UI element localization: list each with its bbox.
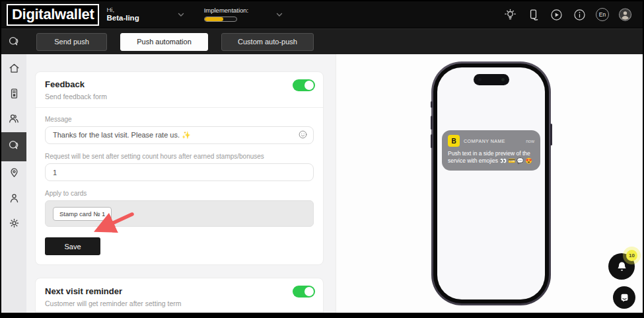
phone-mute-switch (431, 101, 433, 108)
sidebar-item-locations[interactable] (1, 161, 26, 186)
applied-cards-box[interactable]: Stamp card № 1 (45, 200, 314, 227)
notifications-bell-button[interactable]: 10 (608, 253, 635, 280)
person-icon (8, 192, 20, 207)
device-demo-icon[interactable] (526, 8, 540, 22)
push-tabbar: Send push Push automation Custom auto-pu… (1, 28, 643, 54)
message-input-wrap (45, 123, 314, 144)
phone-volume-down-button (431, 134, 433, 148)
toggle-knob (304, 287, 314, 296)
phone-bezel: B COMPANY NAME now Push text in a side p… (433, 63, 549, 303)
app-logo[interactable]: Digitalwallet (7, 4, 99, 26)
top-header: Digitalwallet Hi, Beta-ling Implementati… (1, 1, 643, 28)
sidebar-item-push-messages[interactable] (1, 132, 26, 161)
account-avatar[interactable] (618, 8, 632, 22)
hours-input[interactable] (45, 163, 314, 181)
notification-message: Push text in a side preview of the servi… (448, 150, 534, 165)
phone-power-button (550, 124, 552, 145)
location-pin-icon (8, 167, 20, 182)
video-tutorial-play-icon[interactable] (550, 8, 563, 22)
message-label: Message (45, 116, 314, 123)
dynamic-island (474, 74, 509, 85)
sidebar-item-home[interactable] (1, 57, 26, 82)
next-visit-reminder-card: Next visit reminder Customer will get re… (35, 278, 324, 313)
loyalty-card-icon (8, 87, 20, 102)
users-icon (7, 112, 20, 128)
card-chip[interactable]: Stamp card № 1 (53, 207, 112, 221)
phone-volume-up-button (431, 116, 433, 130)
reminder-card-header: Next visit reminder Customer will get re… (36, 278, 323, 313)
apply-to-cards-label: Apply to cards (45, 190, 314, 197)
feedback-card-header: Feedback Send feedback form (36, 72, 323, 108)
message-input[interactable] (45, 126, 314, 144)
company-app-icon: B (448, 135, 460, 147)
sidebar-item-settings[interactable] (1, 212, 26, 237)
reminder-toggle[interactable] (293, 286, 315, 298)
implementation-block: Implementation: (204, 7, 249, 21)
implementation-progress (204, 17, 237, 22)
support-chat-button[interactable] (613, 286, 635, 309)
feedback-toggle[interactable] (293, 79, 315, 91)
push-section-chat-icon (1, 35, 26, 48)
header-icon-row: En (503, 8, 632, 22)
implementation-progress-fill (205, 17, 224, 21)
toggle-knob (304, 81, 314, 90)
camera-dot (478, 78, 482, 81)
notifications-count-badge: 10 (626, 250, 637, 261)
tab-send-push[interactable]: Send push (36, 33, 107, 51)
home-icon (8, 62, 20, 77)
chat-bubbles-icon (7, 139, 20, 155)
language-selector[interactable]: En (596, 8, 609, 21)
feedback-subtitle: Send feedback form (45, 93, 314, 100)
greeting-name: Beta-ling (106, 14, 139, 22)
tab-custom-auto-push[interactable]: Custom auto-push (221, 33, 314, 51)
automation-settings-panel: Feedback Send feedback form Message (26, 54, 336, 313)
sidebar-item-staff[interactable] (1, 186, 26, 212)
emoji-picker-icon[interactable] (298, 130, 308, 139)
implementation-label: Implementation: (204, 7, 249, 14)
hours-label: Request will be sent after setting count… (45, 153, 314, 160)
tab-push-automation[interactable]: Push automation (120, 33, 208, 51)
phone-screen: B COMPANY NAME now Push text in a side p… (437, 67, 545, 299)
sidebar-nav (1, 54, 26, 313)
notification-header: B COMPANY NAME now (448, 135, 534, 147)
push-notification-preview[interactable]: B COMPANY NAME now Push text in a side p… (442, 130, 540, 171)
user-greeting: Hi, Beta-ling (106, 7, 139, 22)
reminder-title: Next visit reminder (45, 286, 314, 296)
gear-icon (8, 217, 20, 232)
sidebar-item-customers[interactable] (1, 107, 26, 132)
save-button[interactable]: Save (45, 237, 100, 255)
notification-time: now (526, 139, 534, 143)
push-preview-panel: B COMPANY NAME now Push text in a side p… (336, 54, 643, 313)
feedback-card-body: Message Request will be sent after setti… (36, 108, 323, 264)
phone-mockup: B COMPANY NAME now Push text in a side p… (431, 61, 551, 305)
sidebar-item-cards[interactable] (1, 82, 26, 107)
company-name: COMPANY NAME (464, 139, 505, 143)
account-chevron-down-icon[interactable] (176, 10, 186, 19)
feedback-card: Feedback Send feedback form Message (35, 71, 324, 265)
app-window: Digitalwallet Hi, Beta-ling Implementati… (0, 0, 644, 318)
info-icon[interactable] (573, 8, 587, 22)
camera-dot (501, 78, 505, 81)
greeting-hi: Hi, (106, 7, 139, 14)
implementation-chevron-down-icon[interactable] (275, 10, 284, 19)
main-area: Feedback Send feedback form Message (1, 54, 643, 313)
reminder-subtitle: Customer will get reminder after setting… (45, 299, 314, 307)
tips-lightbulb-icon[interactable] (503, 8, 517, 22)
phone-frame: B COMPANY NAME now Push text in a side p… (431, 61, 551, 305)
feedback-title: Feedback (45, 79, 314, 89)
